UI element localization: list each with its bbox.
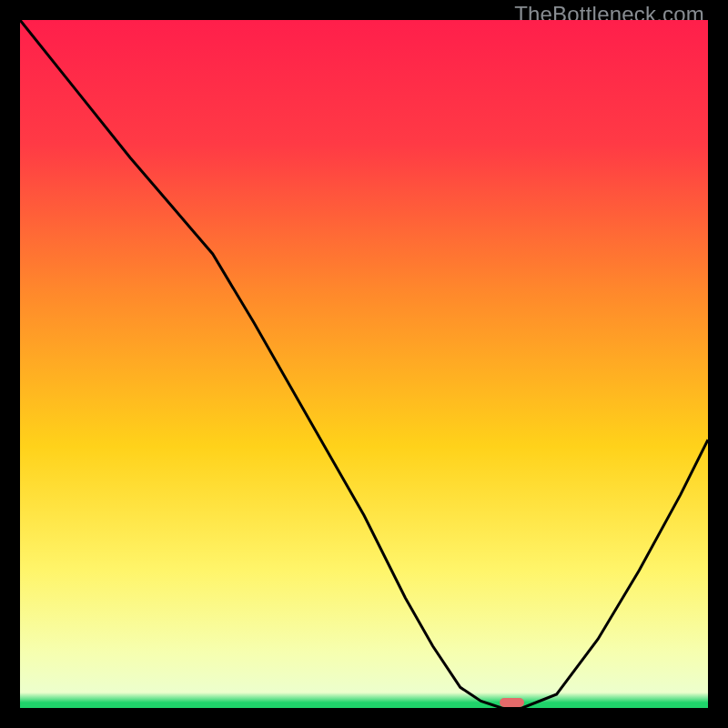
chart-frame [20, 20, 708, 708]
bottleneck-curve [20, 20, 708, 708]
optimum-marker [500, 698, 524, 708]
curve-path [20, 20, 708, 708]
